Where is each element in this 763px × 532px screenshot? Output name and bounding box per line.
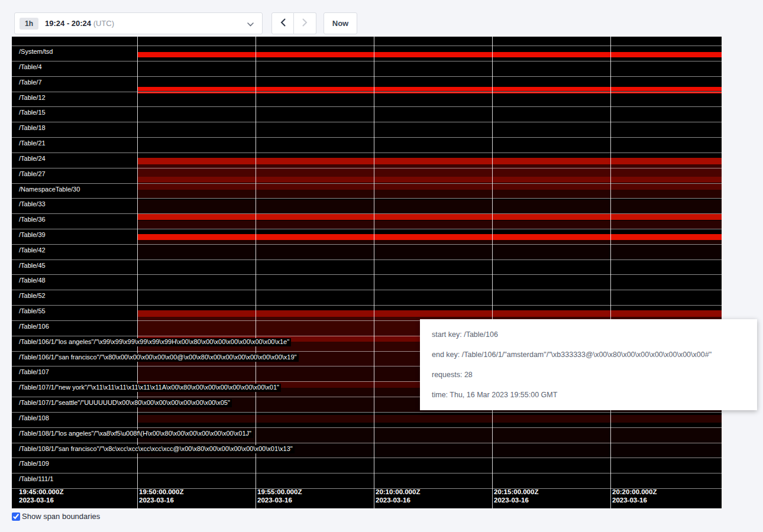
- heat-band[interactable]: [138, 200, 722, 213]
- span-boundary-line: [12, 198, 722, 199]
- heat-band[interactable]: [138, 244, 722, 259]
- heat-band[interactable]: [138, 158, 722, 164]
- row-label: /Table/15: [19, 109, 47, 117]
- span-boundary-line: [12, 122, 722, 122]
- row-label: /Table/48: [19, 277, 47, 285]
- x-axis-label: 19:50:00.000Z2023-03-16: [139, 488, 183, 504]
- row-label: /Table/108/1/"los angeles"/"\xa8\xf5\u00…: [19, 430, 253, 438]
- span-boundary-line: [12, 412, 722, 413]
- span-boundary-line: [12, 244, 722, 245]
- row-label: /Table/36: [19, 216, 47, 224]
- time-gridline: [256, 37, 256, 508]
- row-label: /Table/27: [19, 170, 47, 179]
- heat-band[interactable]: [138, 168, 722, 177]
- prev-time-button[interactable]: [271, 12, 294, 34]
- span-boundary-line: [12, 168, 722, 168]
- row-label: /Table/108: [19, 414, 51, 423]
- row-label: /NamespaceTable/30: [19, 186, 82, 194]
- hover-tooltip: start key: /Table/106 end key: /Table/10…: [420, 319, 757, 410]
- tooltip-end-key: end key: /Table/106/1/"amsterdam"/"\xb33…: [432, 351, 745, 359]
- toolbar: 1h 19:24 - 20:24 (UTC) Now: [14, 12, 357, 34]
- tooltip-start-key: start key: /Table/106: [432, 330, 745, 339]
- heat-band[interactable]: [138, 214, 722, 220]
- x-axis-date: 2023-03-16: [612, 496, 657, 504]
- x-axis-date: 2023-03-16: [19, 496, 63, 504]
- heat-band[interactable]: [138, 183, 722, 190]
- span-boundary-line: [12, 427, 722, 428]
- span-boundary-line: [12, 92, 722, 92]
- row-label: /Table/12: [19, 94, 47, 102]
- now-button[interactable]: Now: [324, 12, 357, 34]
- range-text: 19:24 - 20:24: [45, 19, 91, 28]
- span-boundary-line: [12, 213, 722, 214]
- row-label: /Table/108/1/"san francisco"/"\x8c\xcc\x…: [19, 445, 295, 453]
- row-label: /Table/42: [19, 246, 47, 255]
- x-axis-label: 20:20:00.000Z2023-03-16: [612, 488, 657, 504]
- x-axis-date: 2023-03-16: [139, 496, 183, 504]
- x-axis-label: 19:45:00.000Z2023-03-16: [19, 488, 63, 504]
- heat-band[interactable]: [138, 234, 722, 240]
- span-boundary-line: [12, 183, 722, 184]
- heat-band[interactable]: [138, 177, 722, 183]
- x-axis-label: 19:55:00.000Z2023-03-16: [257, 488, 302, 504]
- x-axis-date: 2023-03-16: [257, 496, 302, 504]
- heat-band[interactable]: [138, 310, 722, 317]
- span-boundary-line: [12, 473, 722, 473]
- key-visualizer-page: { "toolbar": { "range_badge": "1h", "ran…: [0, 0, 763, 532]
- next-time-button[interactable]: [294, 12, 316, 34]
- span-boundary-line: [12, 153, 722, 153]
- row-label: /Table/111/1: [19, 475, 55, 484]
- heat-band[interactable]: [138, 52, 722, 57]
- heat-band[interactable]: [138, 87, 722, 92]
- x-axis-time: 20:10:00.000Z: [376, 488, 420, 496]
- row-label: /Table/106/1/"san francisco"/"\x80\x00\x…: [19, 353, 299, 362]
- time-gridline: [610, 37, 611, 508]
- x-axis-date: 2023-03-16: [494, 496, 538, 504]
- row-label: /Table/33: [19, 200, 47, 209]
- row-label: /Table/18: [19, 124, 47, 132]
- time-gridline: [492, 37, 493, 508]
- span-boundary-line: [12, 61, 722, 61]
- x-axis-time: 20:15:00.000Z: [494, 488, 538, 496]
- row-label: /Table/45: [19, 262, 47, 270]
- row-label: /Table/39: [19, 231, 47, 239]
- row-label: /Table/109: [19, 460, 51, 468]
- span-boundary-line: [12, 76, 722, 77]
- key-visualizer-canvas[interactable]: /System/tsd/Table/4/Table/7/Table/12/Tab…: [12, 37, 722, 508]
- show-span-boundaries-control[interactable]: Show span boundaries: [12, 512, 100, 521]
- x-axis-label: 20:15:00.000Z2023-03-16: [494, 488, 538, 504]
- span-boundary-line: [12, 443, 722, 443]
- span-boundary-line: [12, 106, 722, 107]
- heat-band[interactable]: [138, 220, 722, 229]
- span-boundary-line: [12, 458, 722, 458]
- row-label: /Table/107: [19, 368, 51, 377]
- chevron-left-icon: [280, 18, 286, 28]
- row-label: /Table/52: [19, 292, 47, 300]
- row-label: /Table/7: [19, 79, 44, 87]
- range-duration-badge: 1h: [20, 18, 38, 30]
- time-range-selector[interactable]: 1h 19:24 - 20:24 (UTC): [14, 12, 263, 34]
- span-boundaries-label: Show span boundaries: [22, 512, 100, 521]
- row-label: /Table/21: [19, 140, 47, 148]
- span-boundaries-checkbox[interactable]: [12, 512, 20, 521]
- row-label: /Table/107/1/"new york"/"\x11\x11\x11\x1…: [19, 384, 281, 392]
- x-axis-time: 19:55:00.000Z: [257, 488, 302, 496]
- x-axis-time: 20:20:00.000Z: [612, 488, 657, 496]
- row-label: /Table/24: [19, 155, 47, 163]
- span-boundary-line: [12, 259, 722, 260]
- time-nav-group: [271, 12, 316, 34]
- row-label: /Table/106: [19, 323, 51, 331]
- range-label: 19:24 - 20:24 (UTC): [45, 19, 247, 28]
- chevron-right-icon: [302, 18, 308, 28]
- row-label: /Table/55: [19, 307, 47, 316]
- span-boundary-line: [12, 137, 722, 138]
- heat-band[interactable]: [138, 240, 722, 244]
- heat-band[interactable]: [138, 190, 722, 198]
- row-label: /Table/4: [19, 63, 44, 72]
- heat-band[interactable]: [138, 415, 722, 423]
- row-label: /Table/107/1/"seattle"/"UUUUUUD\x00\x80\…: [19, 399, 232, 407]
- span-boundary-line: [12, 305, 722, 306]
- x-axis-time: 19:45:00.000Z: [19, 488, 63, 496]
- tooltip-requests: requests: 28: [432, 371, 745, 379]
- row-label: /Table/106/1/"los angeles"/"\x99\x99\x99…: [19, 338, 291, 346]
